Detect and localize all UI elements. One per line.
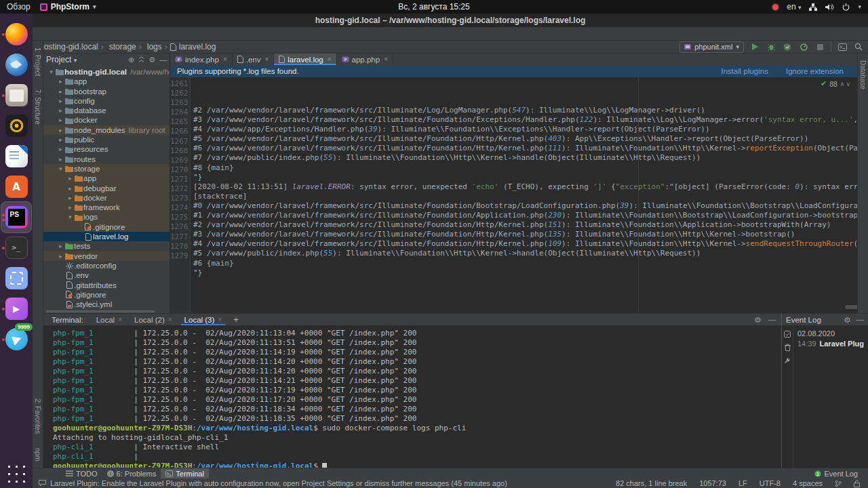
editor[interactable]: 1261126212631264126512661267126812691270… [170, 77, 868, 313]
code-line[interactable]: #7 /var/www/public/index.php(55): Illumi… [193, 153, 868, 163]
tree-item[interactable]: .gitignore [43, 290, 170, 300]
tool-button-project[interactable]: 1: Project [34, 47, 41, 76]
code-line[interactable]: #6 {main} [193, 259, 868, 268]
status-segment[interactable]: 1057:73 [699, 479, 726, 487]
editor-tab[interactable]: P index.php × [170, 54, 233, 65]
tree-item[interactable]: ▸ app [43, 77, 170, 86]
tree-chevron-icon[interactable]: ▾ [47, 67, 55, 77]
dock-item-thunderbird[interactable] [1, 49, 31, 80]
menu-item[interactable] [80, 33, 90, 35]
code-line[interactable] [193, 278, 868, 287]
menu-item[interactable] [113, 33, 122, 35]
code-line[interactable]: #5 /var/www/public/index.php(55): Illumi… [193, 249, 868, 258]
debug-button[interactable] [766, 41, 776, 52]
menu-item[interactable] [102, 33, 111, 35]
tree-item[interactable]: ▸ public [43, 135, 170, 144]
terminal-line[interactable]: php-fpm_1 | 172.25.0.0 - 02/Aug/2020:11:… [53, 376, 781, 386]
tree-item[interactable]: .editorconfig [43, 261, 170, 270]
terminal-line[interactable]: php-fpm_1 | 172.25.0.0 - 02/Aug/2020:11:… [53, 348, 781, 357]
code-line[interactable]: #1 /var/www/vendor/laravel/framework/src… [193, 211, 868, 220]
tree-chevron-icon[interactable]: ▸ [57, 87, 64, 96]
stop-button[interactable] [814, 41, 825, 52]
terminal-line[interactable]: php-fpm_1 | 172.25.0.0 - 02/Aug/2020:11:… [53, 338, 781, 348]
breadcrumb-item[interactable]: storage › [106, 42, 142, 52]
editor-tab[interactable]: laravel.log × [274, 54, 336, 65]
inspection-widget[interactable]: ✔ 88 ∧∨ [821, 79, 852, 88]
install-plugins-link[interactable]: Install plugins [721, 67, 768, 75]
mark-all-read-icon[interactable] [784, 331, 791, 338]
tree-chevron-icon[interactable]: ▸ [57, 241, 64, 251]
settings-gear-icon[interactable]: ⚙ [149, 56, 155, 64]
menu-item[interactable] [134, 33, 144, 35]
menu-item[interactable] [145, 33, 155, 35]
tree-chevron-icon[interactable]: ▸ [57, 251, 64, 261]
terminal-line[interactable]: goohuunter@goohuunter-Z97M-DS3H:/var/www… [53, 462, 781, 468]
tree-item[interactable]: ▸ node_modules library root [43, 125, 170, 135]
activities-button[interactable]: Обзор [7, 2, 31, 12]
tree-chevron-icon[interactable]: ▸ [57, 135, 64, 144]
status-segment[interactable]: LF [738, 479, 747, 487]
terminal-line[interactable]: php-fpm_1 | 172.25.0.0 - 02/Aug/2020:11:… [53, 405, 781, 414]
terminal-line[interactable]: php-fpm_1 | 172.25.0.0 - 02/Aug/2020:11:… [53, 329, 781, 338]
close-tab-icon[interactable]: × [118, 316, 122, 323]
terminal-line[interactable]: php-fpm_1 | 172.25.0.0 - 02/Aug/2020:11:… [53, 357, 781, 367]
collapse-all-icon[interactable] [138, 56, 144, 63]
run-configuration-select[interactable]: phpunit.xml ▾ [679, 41, 744, 53]
tree-chevron-icon[interactable]: ▸ [57, 144, 64, 154]
editor-tab[interactable]: P app.php × [337, 54, 393, 65]
breadcrumb-item[interactable]: logs › [144, 42, 167, 52]
hide-panel-icon[interactable]: — [856, 315, 865, 325]
close-tab-icon[interactable]: × [218, 316, 222, 323]
dock-item-screenshot-tool[interactable] [1, 263, 31, 293]
keyboard-layout-button[interactable]: en ▾ [787, 2, 801, 12]
close-tab-icon[interactable]: × [328, 56, 332, 63]
hide-panel-icon[interactable]: — [768, 315, 776, 325]
tool-button-favorites[interactable]: 2: Favorites [34, 399, 41, 434]
tool-window-button-terminal[interactable]: Terminal [161, 468, 209, 479]
terminal-tab[interactable]: Local (3) × [178, 314, 229, 325]
lock-icon[interactable] [854, 480, 860, 487]
run-button[interactable] [749, 41, 760, 52]
dock-item-firefox[interactable] [1, 19, 31, 49]
breadcrumb-item[interactable]: laravel.log › [170, 42, 216, 52]
code-line[interactable]: "} [193, 268, 868, 278]
editor-code[interactable]: #2 /var/www/vendor/laravel/framework/src… [191, 77, 868, 313]
event-log-entry[interactable]: 14:39 Laravel Plug [797, 340, 865, 348]
tree-chevron-icon[interactable]: ▸ [57, 106, 64, 115]
settings-gear-icon[interactable]: ⚙ [754, 315, 761, 325]
locate-file-icon[interactable]: ⊕ [128, 56, 134, 64]
tree-item[interactable]: ▸ database [43, 106, 170, 115]
tree-item[interactable]: ▾ storage [43, 164, 170, 174]
tree-item[interactable]: ▾ hosting-gid.local /var/www/hosti [43, 67, 170, 77]
code-line[interactable]: "} [193, 173, 868, 182]
tree-chevron-icon[interactable]: ▸ [57, 155, 64, 164]
tree-chevron-icon[interactable]: ▸ [57, 96, 64, 106]
tree-chevron-icon[interactable]: ▾ [66, 212, 74, 222]
tool-button-database[interactable]: Database [859, 60, 867, 89]
project-horizontal-scrollbar[interactable] [46, 310, 155, 312]
tree-item[interactable]: ▸ bootstrap [43, 87, 170, 96]
tree-item[interactable]: ▸ vendor [43, 251, 170, 261]
code-line[interactable]: #0 /var/www/vendor/laravel/framework/src… [193, 201, 868, 211]
code-line[interactable]: #4 /var/www/vendor/laravel/framework/src… [193, 239, 868, 249]
git-branch-icon[interactable] [835, 480, 842, 487]
editor-tab[interactable]: .env × [233, 54, 275, 65]
tree-item[interactable]: ▸ tests [43, 241, 170, 251]
terminal-line[interactable]: php-fpm_1 | 172.25.0.0 - 02/Aug/2020:11:… [53, 395, 781, 405]
menu-item[interactable] [47, 33, 57, 35]
tool-button-npm[interactable]: npm [34, 448, 41, 461]
tree-item[interactable]: laravel.log [43, 232, 170, 241]
close-tab-icon[interactable]: × [264, 56, 269, 63]
code-line[interactable]: #3 /var/www/vendor/laravel/framework/src… [193, 230, 868, 239]
dock-item-phpstorm[interactable] [1, 202, 31, 232]
code-line[interactable]: #6 /var/www/vendor/laravel/framework/src… [193, 144, 868, 153]
status-segment[interactable]: 4 spaces [793, 479, 823, 487]
dock-item-terminal[interactable] [1, 232, 31, 263]
breadcrumb-item[interactable]: hosting-gid.local › [37, 42, 104, 52]
menu-item[interactable] [123, 33, 133, 35]
tool-window-button-todo[interactable]: TODO [61, 468, 102, 479]
tray-chevron-icon[interactable]: ▾ [858, 3, 861, 10]
tree-item[interactable]: .gitignore [43, 222, 170, 232]
app-menu[interactable]: PhpStorm ▾ [40, 2, 96, 12]
code-line[interactable]: #4 /var/www/app/Exceptions/Handler.php(3… [193, 125, 868, 134]
